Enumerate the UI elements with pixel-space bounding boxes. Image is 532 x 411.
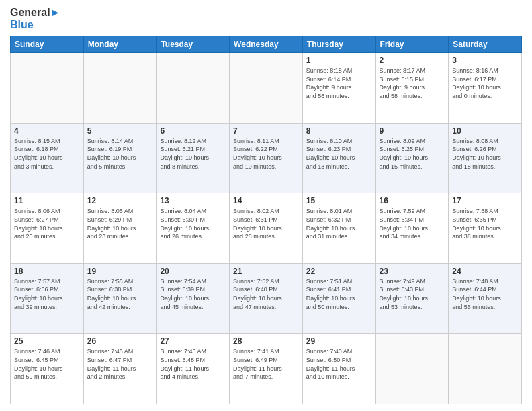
day-number: 14 <box>233 196 299 205</box>
day-number: 23 <box>380 267 445 276</box>
day-info: Sunrise: 8:12 AMSunset: 6:21 PMDaylight:… <box>160 137 226 171</box>
day-number: 4 <box>14 126 80 136</box>
day-info: Sunrise: 8:10 AMSunset: 6:23 PMDaylight:… <box>306 137 372 171</box>
day-number: 20 <box>160 267 226 276</box>
calendar-cell: 24Sunrise: 7:48 AMSunset: 6:44 PMDayligh… <box>449 263 522 334</box>
weekday-header-saturday: Saturday <box>449 36 522 53</box>
day-info: Sunrise: 7:46 AMSunset: 6:45 PMDaylight:… <box>14 347 80 381</box>
day-number: 12 <box>87 196 153 205</box>
calendar-cell: 9Sunrise: 8:09 AMSunset: 6:25 PMDaylight… <box>375 123 449 193</box>
week-row-4: 18Sunrise: 7:57 AMSunset: 6:36 PMDayligh… <box>11 263 522 334</box>
day-number: 10 <box>452 126 518 136</box>
calendar-cell <box>449 334 522 404</box>
day-info: Sunrise: 7:52 AMSunset: 6:40 PMDaylight:… <box>233 277 299 311</box>
calendar-cell: 3Sunrise: 8:16 AMSunset: 6:17 PMDaylight… <box>449 53 522 124</box>
calendar-cell <box>83 53 157 124</box>
day-number: 7 <box>233 126 299 136</box>
calendar-cell <box>11 53 84 124</box>
calendar-cell: 22Sunrise: 7:51 AMSunset: 6:41 PMDayligh… <box>302 263 375 334</box>
calendar-cell: 7Sunrise: 8:11 AMSunset: 6:22 PMDaylight… <box>230 123 303 193</box>
calendar-cell: 29Sunrise: 7:40 AMSunset: 6:50 PMDayligh… <box>302 334 375 404</box>
day-number: 19 <box>87 267 153 276</box>
day-info: Sunrise: 8:05 AMSunset: 6:29 PMDaylight:… <box>87 207 153 240</box>
day-info: Sunrise: 7:41 AMSunset: 6:49 PMDaylight:… <box>233 347 299 381</box>
calendar-cell <box>230 53 303 124</box>
day-info: Sunrise: 7:58 AMSunset: 6:35 PMDaylight:… <box>452 207 518 240</box>
day-info: Sunrise: 7:48 AMSunset: 6:44 PMDaylight:… <box>452 277 518 311</box>
calendar-cell: 15Sunrise: 8:01 AMSunset: 6:32 PMDayligh… <box>302 193 375 264</box>
day-info: Sunrise: 8:15 AMSunset: 6:18 PMDaylight:… <box>14 137 80 171</box>
day-info: Sunrise: 8:02 AMSunset: 6:31 PMDaylight:… <box>233 207 299 240</box>
day-number: 9 <box>380 126 445 136</box>
day-number: 24 <box>452 267 518 276</box>
calendar-cell: 13Sunrise: 8:04 AMSunset: 6:30 PMDayligh… <box>157 193 230 264</box>
calendar-cell: 1Sunrise: 8:18 AMSunset: 6:14 PMDaylight… <box>302 53 375 124</box>
calendar-cell: 17Sunrise: 7:58 AMSunset: 6:35 PMDayligh… <box>449 193 522 264</box>
day-info: Sunrise: 7:45 AMSunset: 6:47 PMDaylight:… <box>87 347 153 381</box>
calendar-cell: 16Sunrise: 7:59 AMSunset: 6:34 PMDayligh… <box>375 193 449 264</box>
calendar-table: SundayMondayTuesdayWednesdayThursdayFrid… <box>10 36 522 404</box>
day-number: 13 <box>160 196 226 205</box>
day-info: Sunrise: 7:40 AMSunset: 6:50 PMDaylight:… <box>306 347 372 381</box>
week-row-5: 25Sunrise: 7:46 AMSunset: 6:45 PMDayligh… <box>11 334 522 404</box>
day-info: Sunrise: 8:09 AMSunset: 6:25 PMDaylight:… <box>380 137 445 171</box>
calendar-cell: 14Sunrise: 8:02 AMSunset: 6:31 PMDayligh… <box>230 193 303 264</box>
day-info: Sunrise: 8:11 AMSunset: 6:22 PMDaylight:… <box>233 137 299 171</box>
week-row-2: 4Sunrise: 8:15 AMSunset: 6:18 PMDaylight… <box>11 123 522 193</box>
day-number: 26 <box>87 336 153 346</box>
day-info: Sunrise: 7:49 AMSunset: 6:43 PMDaylight:… <box>380 277 445 311</box>
weekday-header-wednesday: Wednesday <box>230 36 303 53</box>
week-row-1: 1Sunrise: 8:18 AMSunset: 6:14 PMDaylight… <box>11 53 522 124</box>
day-info: Sunrise: 8:01 AMSunset: 6:32 PMDaylight:… <box>306 207 372 240</box>
calendar-cell: 20Sunrise: 7:54 AMSunset: 6:39 PMDayligh… <box>157 263 230 334</box>
calendar-cell: 5Sunrise: 8:14 AMSunset: 6:19 PMDaylight… <box>83 123 157 193</box>
calendar-cell: 23Sunrise: 7:49 AMSunset: 6:43 PMDayligh… <box>375 263 449 334</box>
day-number: 6 <box>160 126 226 136</box>
calendar-cell <box>375 334 449 404</box>
weekday-header-row: SundayMondayTuesdayWednesdayThursdayFrid… <box>11 36 522 53</box>
day-number: 11 <box>14 196 80 205</box>
logo-container: General► Blue <box>10 7 60 30</box>
weekday-header-thursday: Thursday <box>302 36 375 53</box>
day-info: Sunrise: 8:04 AMSunset: 6:30 PMDaylight:… <box>160 207 226 240</box>
day-number: 28 <box>233 336 299 346</box>
calendar-cell: 25Sunrise: 7:46 AMSunset: 6:45 PMDayligh… <box>11 334 84 404</box>
day-number: 2 <box>380 56 445 65</box>
logo: General► Blue <box>10 7 60 30</box>
calendar-cell: 4Sunrise: 8:15 AMSunset: 6:18 PMDaylight… <box>11 123 84 193</box>
day-number: 18 <box>14 267 80 276</box>
day-info: Sunrise: 8:17 AMSunset: 6:15 PMDaylight:… <box>380 66 445 100</box>
weekday-header-monday: Monday <box>83 36 157 53</box>
weekday-header-sunday: Sunday <box>11 36 84 53</box>
calendar-cell: 28Sunrise: 7:41 AMSunset: 6:49 PMDayligh… <box>230 334 303 404</box>
calendar-cell: 21Sunrise: 7:52 AMSunset: 6:40 PMDayligh… <box>230 263 303 334</box>
day-number: 27 <box>160 336 226 346</box>
logo-general: General► <box>10 7 60 19</box>
weekday-header-tuesday: Tuesday <box>157 36 230 53</box>
day-number: 1 <box>306 56 372 65</box>
calendar-cell: 27Sunrise: 7:43 AMSunset: 6:48 PMDayligh… <box>157 334 230 404</box>
calendar-cell: 26Sunrise: 7:45 AMSunset: 6:47 PMDayligh… <box>83 334 157 404</box>
calendar-cell: 2Sunrise: 8:17 AMSunset: 6:15 PMDaylight… <box>375 53 449 124</box>
day-info: Sunrise: 8:06 AMSunset: 6:27 PMDaylight:… <box>14 207 80 240</box>
day-number: 8 <box>306 126 372 136</box>
day-info: Sunrise: 7:54 AMSunset: 6:39 PMDaylight:… <box>160 277 226 311</box>
week-row-3: 11Sunrise: 8:06 AMSunset: 6:27 PMDayligh… <box>11 193 522 264</box>
day-number: 29 <box>306 336 372 346</box>
day-number: 17 <box>452 196 518 205</box>
day-info: Sunrise: 8:16 AMSunset: 6:17 PMDaylight:… <box>452 66 518 100</box>
calendar-cell: 11Sunrise: 8:06 AMSunset: 6:27 PMDayligh… <box>11 193 84 264</box>
day-info: Sunrise: 7:55 AMSunset: 6:38 PMDaylight:… <box>87 277 153 311</box>
calendar-cell: 10Sunrise: 8:08 AMSunset: 6:26 PMDayligh… <box>449 123 522 193</box>
calendar-cell: 19Sunrise: 7:55 AMSunset: 6:38 PMDayligh… <box>83 263 157 334</box>
day-info: Sunrise: 7:51 AMSunset: 6:41 PMDaylight:… <box>306 277 372 311</box>
day-number: 15 <box>306 196 372 205</box>
weekday-header-friday: Friday <box>375 36 449 53</box>
day-info: Sunrise: 8:18 AMSunset: 6:14 PMDaylight:… <box>306 66 372 100</box>
day-info: Sunrise: 7:57 AMSunset: 6:36 PMDaylight:… <box>14 277 80 311</box>
logo-blue: Blue <box>10 19 60 31</box>
day-info: Sunrise: 7:43 AMSunset: 6:48 PMDaylight:… <box>160 347 226 381</box>
day-info: Sunrise: 8:14 AMSunset: 6:19 PMDaylight:… <box>87 137 153 171</box>
calendar-cell <box>157 53 230 124</box>
day-info: Sunrise: 7:59 AMSunset: 6:34 PMDaylight:… <box>380 207 445 240</box>
